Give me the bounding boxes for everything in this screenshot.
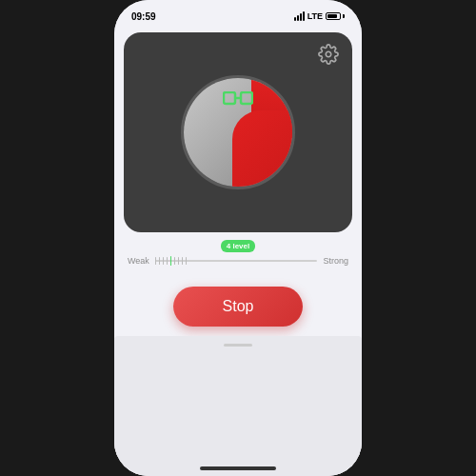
brand-logo-icon (223, 91, 253, 107)
settings-icon[interactable] (318, 44, 339, 65)
svg-rect-2 (241, 92, 252, 104)
status-bar: 09:59 LTE (114, 0, 362, 27)
stop-button[interactable]: Stop (173, 287, 304, 327)
slider-row: Weak Strong (128, 256, 348, 266)
lte-label: LTE (307, 11, 323, 21)
tick-8 (182, 257, 183, 265)
status-time: 09:59 (131, 11, 156, 22)
home-indicator (200, 466, 276, 470)
signal-bars-icon (294, 11, 305, 21)
swipe-hint-icon (224, 344, 252, 347)
level-badge: 4 level (221, 240, 255, 252)
main-card (124, 32, 352, 232)
tick-5-active (170, 256, 171, 266)
tick-6 (174, 257, 175, 265)
slider-track[interactable] (155, 260, 318, 262)
tick-2 (159, 257, 160, 265)
svg-rect-1 (224, 92, 235, 104)
controls-section: 4 level Weak Strong (114, 232, 362, 327)
weak-label: Weak (128, 256, 149, 266)
phone-content: 4 level Weak Strong (114, 27, 362, 476)
phone-frame: 09:59 LTE (114, 0, 362, 476)
status-icons: LTE (294, 11, 345, 21)
seat-image (181, 75, 295, 189)
tick-4 (167, 257, 168, 265)
strong-label: Strong (323, 256, 348, 266)
battery-icon (326, 12, 345, 20)
tick-7 (178, 257, 179, 265)
bottom-bar-area (114, 336, 362, 476)
tick-3 (163, 257, 164, 265)
tick-1 (155, 257, 156, 265)
tick-9 (186, 257, 187, 265)
ticks-container (155, 256, 187, 266)
svg-point-0 (326, 51, 331, 57)
